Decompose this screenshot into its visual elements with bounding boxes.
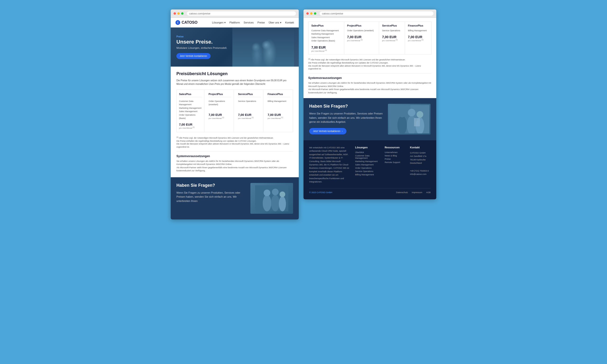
nav-uber-uns[interactable]: Über uns	[269, 21, 281, 24]
footer-impressum[interactable]: Impressum	[412, 191, 422, 194]
plan-price-sub-serviceplus: pro User/Monat (1)	[238, 117, 261, 119]
footer-losungen-title: Lösungen	[355, 146, 380, 149]
footer-datenschutz[interactable]: Datenschutz	[396, 191, 408, 194]
cta-right-illustration	[389, 105, 429, 133]
right-plan-name-projectplus: ProjectPlus	[347, 24, 376, 27]
svg-point-12	[408, 109, 415, 116]
footer-link-uberblick[interactable]: Überblick	[355, 151, 380, 154]
right-card-financeplus: FinancePlus Billing Management 7,00 EUR …	[405, 22, 432, 54]
footer-link-cdm[interactable]: Customer Data Management	[355, 155, 380, 159]
right-price-projectplus: 7,00 EUR	[347, 35, 376, 39]
right-features-serviceplus: Service Operations	[382, 29, 402, 32]
maximize-dot-right[interactable]	[314, 12, 316, 15]
right-plan-name-serviceplus: ServicePlus	[382, 24, 402, 27]
footer-losungen-col: Lösungen Überblick Customer Data Managem…	[355, 146, 380, 183]
footer-link-mm[interactable]: Marketing Management	[355, 160, 380, 163]
footer-link-unternehmen[interactable]: Unternehmen	[385, 151, 405, 154]
plan-name-serviceplus: ServicePlus	[238, 93, 261, 97]
footer-copyright: © 2023 CATOSO GmbH	[309, 191, 332, 194]
right-divider	[308, 73, 432, 74]
right-price-sub-financeplus: pro User/Monat (1)	[408, 39, 428, 42]
plan-name-financeplus: FinancePlus	[268, 93, 291, 97]
site-nav-left: C CATOSO Lösungen Plattform Services Pre…	[171, 18, 299, 27]
plan-features-projectplus: Order Operations (erweitert)	[209, 100, 231, 110]
right-card-serviceplus: ServicePlus Service Operations 7,00 EUR …	[379, 22, 405, 54]
svg-point-4	[272, 189, 279, 195]
footer-link-preise[interactable]: Preise	[385, 158, 405, 160]
plan-price-sub-projectplus: pro User/Monat (1)	[209, 117, 231, 119]
svg-rect-15	[414, 118, 420, 126]
minimize-dot[interactable]	[177, 12, 180, 15]
plan-price-salesplus: 7,00 EUR	[179, 123, 202, 126]
url-bar-right[interactable]: catoso.com/preise	[320, 11, 434, 16]
price-card-financeplus: FinancePlus Billing Management 7,00 EUR …	[265, 90, 293, 132]
right-price-salesplus: 7,00 EUR	[311, 46, 341, 49]
right-price-serviceplus: 7,00 EUR	[382, 35, 402, 39]
price-card-projectplus: ProjectPlus Order Operations (erweitert)…	[206, 90, 234, 132]
right-card-salesplus: SalesPlus Customer Data ManagementMarket…	[308, 22, 344, 54]
price-card-serviceplus: ServicePlus Service Operations 7,00 EUR …	[236, 90, 264, 132]
cta-image-left	[251, 183, 293, 214]
system-req-title: Systemvoraussetzungen	[176, 155, 293, 158]
browser-chrome-left: catoso.com/preise	[171, 10, 299, 18]
plan-features-financeplus: Billing Management	[268, 100, 291, 110]
footer-link-news[interactable]: News & Blog	[385, 155, 405, 157]
plan-name-projectplus: ProjectPlus	[209, 93, 231, 97]
nav-losungen[interactable]: Lösungen	[212, 21, 225, 24]
minimize-dot-right[interactable]	[310, 12, 313, 15]
footer-link-so[interactable]: Service Operations	[355, 170, 380, 172]
footer-link-oo[interactable]: Order Operations	[355, 167, 380, 169]
nav-services[interactable]: Services	[244, 21, 254, 24]
footer-about-text: Wir entwickeln mit CATOSO 365 eine umfas…	[309, 146, 350, 183]
hero-cta-button[interactable]: Jetzt Vertrieb kontaktieren	[176, 53, 211, 59]
pricing-section-title: Preisübersicht Lösungen	[176, 71, 293, 76]
plan-features-serviceplus: Service Operations	[238, 100, 261, 110]
footer-agb[interactable]: AGB	[426, 191, 431, 194]
cta-title-left: Haben Sie Fragen?	[176, 183, 247, 188]
plan-price-projectplus: 7,00 EUR	[209, 113, 231, 117]
footer-link-bm[interactable]: Billing Management	[355, 173, 380, 176]
right-system-req-title: Systemvoraussetzungen	[308, 76, 432, 80]
cta-people-illustration	[255, 185, 288, 211]
nav-kontakt[interactable]: Kontakt	[285, 21, 294, 24]
hero-title: Unsere Preise.	[176, 39, 293, 45]
price-card-salesplus: SalesPlus Customer Data ManagementMarket…	[177, 90, 204, 132]
cta-text-left: Wenn Sie Fragen zu unseren Produkten, Se…	[176, 191, 247, 203]
svg-point-10	[398, 110, 406, 117]
nav-plattform[interactable]: Plattform	[229, 21, 240, 24]
footer-link-sm[interactable]: Sales Management	[355, 164, 380, 166]
cta-button-right[interactable]: Jetzt Vertrieb kontaktieren ›	[309, 128, 346, 134]
left-browser-window: catoso.com/preise C CATOSO Lösungen Plat…	[171, 10, 299, 220]
footer-link-remote[interactable]: Remote Support	[385, 161, 405, 164]
footer-ressourcen-title: Ressourcen	[385, 146, 405, 149]
right-plan-name-salesplus: SalesPlus	[311, 24, 341, 27]
hero-subtitle: Modulare Lösungen, einfaches Preismodell…	[176, 46, 293, 49]
right-system-req-text: Sie erhalten unsere Lösungen als AddOn f…	[308, 81, 432, 94]
right-price-financeplus: 7,00 EUR	[408, 35, 428, 39]
plan-price-serviceplus: 7,00 EUR	[238, 113, 261, 117]
right-price-table: SalesPlus Customer Data ManagementMarket…	[308, 22, 432, 54]
pricing-section-desc: Die Preise für unsere Lösungen setzen si…	[176, 79, 293, 86]
footer-grid: Wir entwickeln mit CATOSO 365 eine umfas…	[309, 146, 431, 183]
footer-ressourcen-col: Ressourcen Unternehmen News & Blog Preis…	[385, 146, 405, 183]
footer: Wir entwickeln mit CATOSO 365 eine umfas…	[304, 140, 436, 199]
cta-image-right	[388, 104, 431, 135]
maximize-dot[interactable]	[181, 12, 184, 15]
footer-about-col: Wir entwickeln mit CATOSO 365 eine umfas…	[309, 146, 350, 183]
plan-price-financeplus: 7,00 EUR	[268, 113, 291, 117]
plan-price-sub-salesplus: pro User/Monat (1)	[179, 126, 202, 129]
url-bar-left[interactable]: catoso.com/preise	[187, 11, 296, 16]
logo-text: CATOSO	[182, 20, 198, 25]
arrow-icon: ›	[342, 130, 343, 132]
hero-content: Preise Unsere Preise. Modulare Lösungen,…	[176, 35, 293, 59]
footer-address: CATOSO GmbH Am Sandfeld 17a 76149 Karlsr…	[410, 151, 431, 165]
close-dot-right[interactable]	[306, 12, 309, 15]
nav-preise[interactable]: Preise	[258, 21, 265, 24]
footer-legal-links: Datenschutz Impressum AGB	[396, 191, 431, 194]
svg-point-6	[279, 192, 285, 197]
logo[interactable]: C CATOSO	[175, 20, 198, 25]
right-price-sub-salesplus: pro User/Monat (1)	[311, 49, 341, 52]
section-divider	[176, 151, 293, 152]
close-dot[interactable]	[173, 12, 176, 15]
svg-point-5	[279, 196, 286, 211]
